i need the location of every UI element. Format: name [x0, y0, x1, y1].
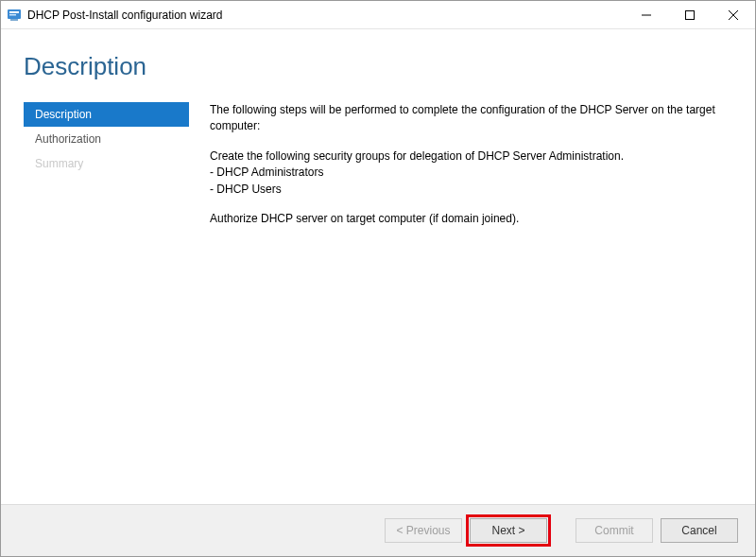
- titlebar: DHCP Post-Install configuration wizard: [1, 1, 755, 29]
- intro-text: The following steps will be performed to…: [210, 102, 732, 135]
- minimize-button[interactable]: [625, 1, 668, 29]
- group-item: - DHCP Users: [210, 182, 732, 198]
- groups-list: - DHCP Administrators - DHCP Users: [210, 165, 732, 198]
- content-pane: The following steps will be performed to…: [210, 102, 732, 492]
- nav-item-summary: Summary: [24, 151, 189, 176]
- group-item: - DHCP Administrators: [210, 165, 732, 181]
- app-icon: [7, 8, 22, 23]
- nav-item-authorization[interactable]: Authorization: [24, 127, 189, 151]
- svg-rect-5: [686, 10, 695, 19]
- close-button[interactable]: [712, 1, 755, 29]
- wizard-nav: Description Authorization Summary: [24, 102, 189, 492]
- authorize-text: Authorize DHCP server on target computer…: [210, 211, 732, 227]
- svg-rect-3: [10, 19, 18, 21]
- window-title: DHCP Post-Install configuration wizard: [27, 9, 625, 22]
- wizard-footer: < Previous Next > Commit Cancel: [1, 504, 755, 556]
- previous-button: < Previous: [385, 518, 462, 543]
- main-area: Description Authorization Summary The fo…: [1, 102, 755, 492]
- page-heading: Description: [1, 29, 755, 102]
- commit-button: Commit: [576, 518, 653, 543]
- cancel-button[interactable]: Cancel: [661, 518, 738, 543]
- maximize-button[interactable]: [668, 1, 712, 29]
- wizard-window: DHCP Post-Install configuration wizard D…: [1, 1, 755, 556]
- svg-rect-2: [9, 14, 16, 16]
- groups-intro-text: Create the following security groups for…: [210, 148, 732, 165]
- svg-rect-1: [9, 11, 19, 13]
- next-button[interactable]: Next >: [470, 518, 547, 543]
- nav-item-description[interactable]: Description: [24, 102, 189, 127]
